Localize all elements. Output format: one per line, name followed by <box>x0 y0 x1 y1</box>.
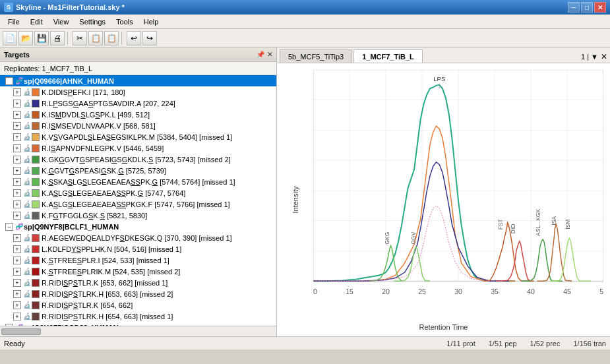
tree-container[interactable]: − 🧬 sp|Q09666|AHNK_HUMAN + 🔬 K.DIDISPEFK… <box>0 75 276 326</box>
color-pep-7 <box>32 156 40 164</box>
toolbar-separator-1 <box>67 32 70 45</box>
expand-protein-2[interactable]: − <box>5 223 13 231</box>
tree-item-peptide-19[interactable]: + 🔬 R.RIDISPSTLR.K [654, 662] <box>0 299 276 311</box>
close-button[interactable]: ✕ <box>594 2 606 13</box>
expand-pep-19[interactable]: + <box>13 301 21 309</box>
expand-pep-15[interactable]: + <box>13 257 21 264</box>
tree-item-peptide-15[interactable]: + 🔬 K.STFREESPLR.I [524, 533] [missed 1] <box>0 255 276 266</box>
color-pep-5 <box>32 133 40 141</box>
pep-label-9: K.SSKASLGSLEGEAEAEASSPK.G [5744, 5764] [… <box>42 178 276 186</box>
expand-pep-16[interactable]: + <box>13 268 21 276</box>
expand-pep-1[interactable]: + <box>13 88 21 96</box>
peptide-icon-14: 🔬 <box>22 245 32 254</box>
maximize-button[interactable]: □ <box>581 2 593 13</box>
toolbar: 📄 📂 💾 🖨 ✂ 📋 📋 ↩ ↪ <box>0 29 610 47</box>
expand-pep-17[interactable]: + <box>13 279 21 287</box>
menu-edit[interactable]: Edit <box>25 16 48 27</box>
tab-5b-mcf5[interactable]: 5b_MCF5_TiTip3 <box>280 49 352 63</box>
svg-text:10: 10 <box>313 288 317 295</box>
tab-controls: 1 | ▼ ✕ <box>581 52 607 63</box>
tree-item-peptide-11[interactable]: + 🔬 K.ASLGSLEGEAEAEASSPKGK.F [5747, 5766… <box>0 198 276 210</box>
svg-text:40: 40 <box>527 288 535 295</box>
tree-item-peptide-4[interactable]: + 🔬 R.ISMSEVDLNVAAPK.V [568, 581] <box>0 120 276 131</box>
tree-item-peptide-5[interactable]: + 🔬 K.VSVGAPDLSLEASEGSIKLPK.M [5384, 540… <box>0 131 276 142</box>
open-button[interactable]: 📂 <box>18 31 33 46</box>
paste-button[interactable]: 📋 <box>104 31 119 46</box>
expand-pep-2[interactable]: + <box>13 100 21 107</box>
peptide-icon-3: 🔬 <box>22 110 32 119</box>
expand-pep-7[interactable]: + <box>13 156 21 164</box>
chrom-close-icon[interactable]: ✕ <box>601 52 607 61</box>
cut-button[interactable]: ✂ <box>73 31 87 46</box>
expand-pep-5[interactable]: + <box>13 133 21 141</box>
tree-item-peptide-20[interactable]: + 🔬 R.RIDISPSTLRK.H [654, 663] [missed 1… <box>0 311 276 322</box>
expand-pep-8[interactable]: + <box>13 167 21 175</box>
tree-item-peptide-18[interactable]: + 🔬 R.RIDISPSTLRK.H [653, 663] [missed 2… <box>0 288 276 299</box>
title-bar: S Skyline - Ms1FilterTutorial.sky * ─ □ … <box>0 0 610 15</box>
expand-pep-12[interactable]: + <box>13 212 21 220</box>
minimize-button[interactable]: ─ <box>568 2 580 13</box>
expand-pep-10[interactable]: + <box>13 189 21 197</box>
undo-button[interactable]: ↩ <box>127 31 141 46</box>
copy-button[interactable]: 📋 <box>88 31 103 46</box>
expand-pep-11[interactable]: + <box>13 200 21 208</box>
tree-item-peptide-7[interactable]: + 🔬 K.GKGGVTGSPEASIGSGKDLK.S [5723, 5743… <box>0 154 276 165</box>
expand-pep-13[interactable]: + <box>13 234 21 242</box>
print-button[interactable]: 🖨 <box>50 31 65 46</box>
expand-pep-6[interactable]: + <box>13 144 21 152</box>
new-button[interactable]: 📄 <box>3 31 17 46</box>
menu-help[interactable]: Help <box>138 16 164 27</box>
peptide-icon-16: 🔬 <box>22 267 32 276</box>
pep-label-10: K.ASLGSLEGEAEAEASSPK.G [5747, 5764] <box>42 189 276 197</box>
expand-protein-1[interactable]: − <box>5 77 13 85</box>
expand-pep-18[interactable]: + <box>13 290 21 298</box>
tree-item-protein-1[interactable]: − 🧬 sp|Q09666|AHNK_HUMAN <box>0 75 276 86</box>
y-axis-label: Intensity <box>291 187 299 214</box>
pin-icon[interactable]: 📌 <box>257 51 264 58</box>
svg-text:25: 25 <box>418 288 426 295</box>
menu-tools[interactable]: Tools <box>111 16 138 27</box>
tree-item-peptide-2[interactable]: + 🔬 R.LPSGSGAASPTGSAVDIR.A [207, 224] <box>0 98 276 109</box>
color-pep-16 <box>32 268 40 276</box>
tree-item-peptide-9[interactable]: + 🔬 K.SSKASLGSLEGEAEAEASSPK.G [5744, 576… <box>0 176 276 187</box>
tree-item-peptide-6[interactable]: + 🔬 R.ISAPNVDFNLEGPK.V [5446, 5459] <box>0 142 276 154</box>
color-pep-8 <box>32 167 40 175</box>
tree-item-peptide-13[interactable]: + 🔬 R.AEGEWEDQEALDYFSDKESGK.Q [370, 390]… <box>0 232 276 243</box>
expand-pep-9[interactable]: + <box>13 178 21 186</box>
expand-pep-14[interactable]: + <box>13 245 21 253</box>
peptide-icon-11: 🔬 <box>22 200 32 209</box>
page-indicator[interactable]: 1 | ▼ <box>581 53 598 61</box>
tree-item-peptide-3[interactable]: + 🔬 K.ISMDVDLSLGSPK.L [499, 512] <box>0 109 276 120</box>
pep-label-16: K.STFREESPLRIK.M [524, 535] [missed 2] <box>42 268 276 276</box>
peak-label-isa: ISA <box>551 216 557 225</box>
svg-text:35: 35 <box>491 288 499 295</box>
tree-item-peptide-17[interactable]: + 🔬 R.RIDISPSTLR.K [653, 662] [missed 1] <box>0 277 276 288</box>
tree-item-peptide-16[interactable]: + 🔬 K.STFREESPLRIK.M [524, 535] [missed … <box>0 266 276 277</box>
scrollbar-thumb[interactable] <box>1 328 41 335</box>
pep-label-11: K.ASLGSLEGEAEAEASSPKGK.F [5747, 5766] [m… <box>42 200 276 208</box>
pep-label-12: K.FGTFGGLGSK.S [5821, 5830] <box>42 212 276 220</box>
tree-item-peptide-8[interactable]: + 🔬 K.GGVTGSPEASIGSK.G [5725, 5739] <box>0 165 276 176</box>
pep-label-2: R.LPSGSGAASPTGSAVDIR.A [207, 224] <box>42 100 276 107</box>
menu-view[interactable]: View <box>48 16 75 27</box>
tree-item-peptide-10[interactable]: + 🔬 K.ASLGSLEGEAEAEASSPK.G [5747, 5764] <box>0 187 276 198</box>
expand-pep-4[interactable]: + <box>13 122 21 130</box>
menu-file[interactable]: File <box>3 16 25 27</box>
tree-item-protein-2[interactable]: − 🧬 sp|Q9NYF8|BCLF1_HUMAN <box>0 221 276 232</box>
expand-pep-20[interactable]: + <box>13 313 21 320</box>
save-button[interactable]: 💾 <box>34 31 49 46</box>
peptide-icon-20: 🔬 <box>22 312 32 321</box>
close-panel-icon[interactable]: ✕ <box>267 51 272 58</box>
menu-settings[interactable]: Settings <box>74 16 111 27</box>
tree-item-peptide-14[interactable]: + 🔬 L.KDLFDYSPPLHK.N [504, 516] [missed … <box>0 243 276 255</box>
peptide-icon-2: 🔬 <box>22 99 32 108</box>
peptide-icon-6: 🔬 <box>22 144 32 153</box>
expand-pep-3[interactable]: + <box>13 111 21 119</box>
tree-item-peptide-12[interactable]: + 🔬 K.FGTFGGLGSK.S [5821, 5830] <box>0 210 276 221</box>
tree-item-peptide-1[interactable]: + 🔬 K.DIDISPEFK.I [171, 180] <box>0 86 276 98</box>
redo-button[interactable]: ↪ <box>142 31 157 46</box>
tab-1-mcf7[interactable]: 1_MCF7_TiB_L <box>353 49 423 63</box>
targets-panel: Targets 📌 ✕ Replicates: 1_MCF7_TiB_L − 🧬… <box>0 47 277 336</box>
status-prot: 1/11 prot <box>446 340 475 348</box>
horizontal-scrollbar[interactable] <box>0 326 276 336</box>
